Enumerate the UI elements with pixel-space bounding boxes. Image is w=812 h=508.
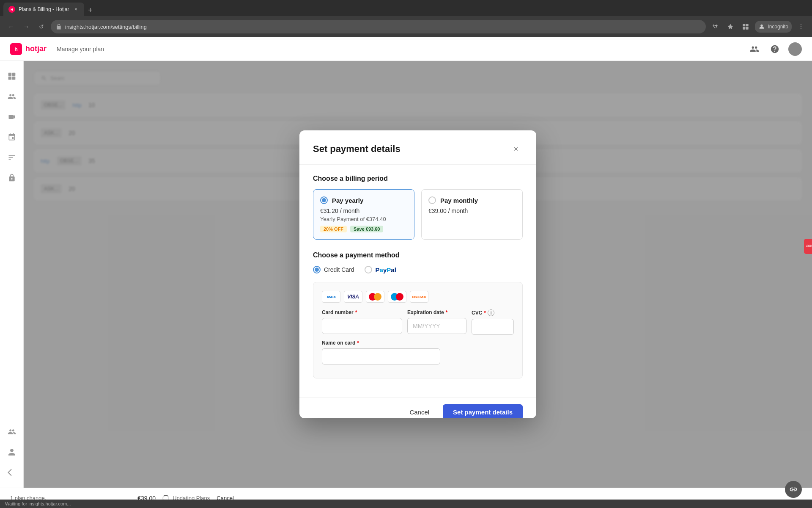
credit-card-radio[interactable] xyxy=(313,266,321,273)
billing-section-title: Choose a billing period xyxy=(313,175,523,182)
svg-rect-11 xyxy=(12,73,15,76)
maestro-red-circle xyxy=(396,293,403,301)
cancel-button[interactable]: Cancel xyxy=(401,404,438,418)
maestro-circles xyxy=(391,293,403,301)
sidebar-item-users[interactable] xyxy=(3,88,20,105)
sidebar-item-person[interactable] xyxy=(3,444,20,461)
discount-badge: 20% OFF xyxy=(320,226,347,232)
browser-tabs: H Plans & Billing - Hotjar × + xyxy=(0,0,812,16)
svg-point-4 xyxy=(761,25,763,27)
card-number-group: Card number * xyxy=(322,309,402,335)
manage-plan-link[interactable]: Manage your plan xyxy=(57,46,104,52)
help-icon[interactable] xyxy=(768,42,782,56)
payment-section-title: Choose a payment method xyxy=(313,251,523,259)
name-form-row: Name on card * xyxy=(322,340,514,364)
expiration-label: Expiration date * xyxy=(407,309,466,315)
logo-text: hotjar xyxy=(25,44,47,53)
sidebar-item-lock[interactable] xyxy=(3,169,20,186)
monthly-radio[interactable] xyxy=(428,196,436,204)
sidebar-bottom xyxy=(3,423,20,481)
tab-switcher-icon[interactable] xyxy=(740,21,752,33)
paypal-p2: a xyxy=(380,266,383,273)
yearly-radio-dot xyxy=(322,198,326,202)
payment-method-section: Choose a payment method Credit Card xyxy=(313,251,523,273)
back-btn[interactable]: ← xyxy=(5,21,17,33)
modal-header: Set payment details × xyxy=(299,130,536,165)
visa-logo: VISA xyxy=(344,291,362,303)
tab-close-btn[interactable]: × xyxy=(72,6,79,13)
svg-rect-13 xyxy=(12,77,15,80)
payment-options: Credit Card PayPal xyxy=(313,266,523,273)
forward-btn[interactable]: → xyxy=(20,21,32,33)
hotjar-logo-icon: h xyxy=(10,43,22,55)
paypal-y1: y xyxy=(383,266,387,273)
sidebar xyxy=(0,61,24,488)
paypal-radio[interactable] xyxy=(365,266,372,273)
amex-logo: AMEX xyxy=(322,291,340,303)
modal-close-btn[interactable]: × xyxy=(509,142,523,156)
expiration-required: * xyxy=(446,309,448,315)
yearly-payment-text: Yearly Payment of €374.40 xyxy=(320,216,407,222)
credit-card-option[interactable]: Credit Card xyxy=(313,266,354,273)
active-tab[interactable]: H Plans & Billing - Hotjar × xyxy=(3,3,84,16)
modal-overlay: Set payment details × Choose a billing p… xyxy=(24,61,812,488)
yearly-header: Pay yearly xyxy=(320,196,407,204)
sidebar-item-collapse[interactable] xyxy=(3,464,20,481)
billing-option-yearly[interactable]: Pay yearly €31.20 / month Yearly Payment… xyxy=(313,189,414,240)
tab-title: Plans & Billing - Hotjar xyxy=(19,6,69,12)
app-header: h hotjar Manage your plan xyxy=(0,37,812,61)
hotjar-logo: h hotjar xyxy=(10,43,47,55)
cvc-input[interactable] xyxy=(472,319,514,335)
svg-rect-2 xyxy=(743,27,746,30)
address-bar[interactable]: insights.hotjar.com/settings/billing xyxy=(51,20,706,33)
maestro-logo xyxy=(388,291,406,303)
add-user-icon[interactable] xyxy=(748,42,761,56)
cvc-group: CVC * i xyxy=(472,309,514,335)
sidebar-item-dashboard[interactable] xyxy=(3,68,20,85)
monthly-label: Pay monthly xyxy=(440,197,478,204)
star-icon[interactable] xyxy=(724,21,736,33)
camera-icon[interactable] xyxy=(709,21,721,33)
paypal-a1: a xyxy=(391,266,394,273)
sidebar-item-funnels[interactable] xyxy=(3,149,20,166)
svg-point-7 xyxy=(801,28,801,29)
address-text: insights.hotjar.com/settings/billing xyxy=(65,24,147,30)
card-number-input[interactable] xyxy=(322,318,402,334)
name-required: * xyxy=(357,340,359,346)
paypal-p1: P xyxy=(376,266,380,273)
tab-favicon: H xyxy=(8,6,15,13)
paypal-l1: l xyxy=(395,266,396,273)
card-logos: AMEX VISA xyxy=(322,291,514,303)
svg-rect-12 xyxy=(8,77,11,80)
feedback-label: Rate your experience xyxy=(806,244,812,249)
paypal-option[interactable]: PayPal xyxy=(365,266,396,273)
svg-text:h: h xyxy=(14,46,18,52)
cvc-info-icon[interactable]: i xyxy=(488,309,494,316)
incognito-badge[interactable]: Incognito xyxy=(755,21,792,33)
sidebar-item-recordings[interactable] xyxy=(3,108,20,125)
user-avatar[interactable] xyxy=(788,42,802,56)
reload-btn[interactable]: ↺ xyxy=(36,21,47,33)
modal-footer: Cancel Set payment details xyxy=(299,397,536,418)
nav-icons: Incognito xyxy=(709,21,807,33)
expiration-input[interactable] xyxy=(407,318,466,334)
yearly-price: €31.20 / month xyxy=(320,207,407,214)
set-payment-button[interactable]: Set payment details xyxy=(443,404,523,418)
menu-icon[interactable] xyxy=(795,21,807,33)
expiration-group: Expiration date * xyxy=(407,309,466,335)
billing-option-monthly[interactable]: Pay monthly €39.00 / month xyxy=(421,189,523,240)
name-input[interactable] xyxy=(322,348,440,364)
feedback-tab[interactable]: Rate your experience xyxy=(804,239,812,254)
browser-chrome: H Plans & Billing - Hotjar × + ← → ↺ ins… xyxy=(0,0,812,37)
card-section: AMEX VISA xyxy=(313,282,523,378)
cvc-required: * xyxy=(484,310,486,316)
bottom-right-btn[interactable] xyxy=(785,481,802,498)
yearly-radio[interactable] xyxy=(320,196,328,204)
new-tab-btn[interactable]: + xyxy=(84,4,96,16)
discover-logo: DISCOVER xyxy=(410,291,428,303)
content-area: Searc OBSE... http 10 ASK... 20 http OBS… xyxy=(0,61,812,488)
sidebar-item-team[interactable] xyxy=(3,423,20,440)
header-right xyxy=(748,42,802,56)
monthly-header: Pay monthly xyxy=(428,196,516,204)
sidebar-item-heatmaps[interactable] xyxy=(3,129,20,146)
